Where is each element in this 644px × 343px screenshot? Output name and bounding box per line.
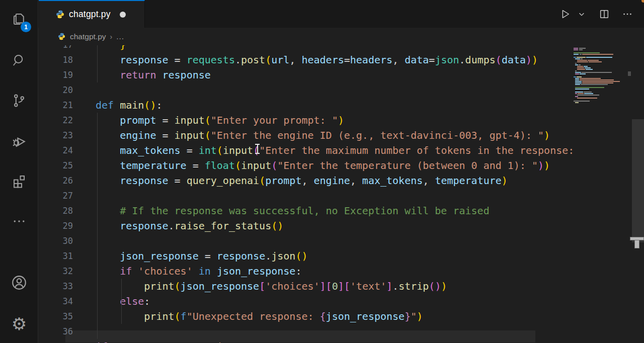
sidebar-item-run-debug[interactable]	[0, 125, 38, 157]
line-number[interactable]: 20	[38, 82, 73, 98]
gear-icon: ⚙	[12, 315, 27, 332]
token: (	[271, 220, 277, 232]
line-number[interactable]: 27	[38, 188, 73, 203]
code-line[interactable]: 31 json_response = response.json()	[38, 248, 574, 264]
token: __name__	[114, 340, 162, 343]
line-number[interactable]: 26	[38, 173, 73, 188]
code-line[interactable]: 22 prompt = input("Enter your prompt: ")	[38, 113, 574, 128]
code-line[interactable]: 28 # If the response was successful, no …	[38, 203, 574, 218]
token: json_response	[326, 310, 405, 322]
code-line[interactable]: 17 }	[38, 45, 574, 52]
token: headers	[301, 54, 344, 66]
code-line[interactable]: 27	[38, 188, 574, 203]
line-number[interactable]: 17	[38, 45, 73, 52]
token: f	[181, 310, 187, 322]
line-number[interactable]: 32	[38, 264, 73, 279]
token: (	[235, 159, 241, 172]
token: )	[435, 280, 441, 292]
token: )	[538, 159, 544, 172]
more-actions-button[interactable]	[620, 7, 635, 22]
code-line[interactable]: 35 print(f"Unexpected response: {json_re…	[38, 309, 574, 324]
line-number[interactable]: 33	[38, 279, 73, 294]
play-icon	[559, 9, 571, 20]
line-number[interactable]: 31	[38, 248, 73, 264]
more-views-button[interactable]	[0, 205, 38, 237]
line-number[interactable]: 25	[38, 158, 73, 173]
token: response	[120, 220, 168, 232]
token: .	[235, 54, 241, 66]
breadcrumb-symbol[interactable]: ...	[116, 32, 124, 41]
line-number[interactable]: 35	[38, 309, 73, 324]
line-number[interactable]: 34	[38, 294, 73, 309]
search-icon	[12, 53, 27, 68]
line-number[interactable]: 28	[38, 203, 73, 218]
line-number[interactable]: 19	[38, 67, 73, 82]
code-line[interactable]: 33 print(json_response['choices'][0]['te…	[38, 279, 574, 294]
line-number[interactable]: 21	[38, 98, 73, 113]
python-file-icon	[58, 33, 65, 40]
token: max_tokens	[362, 175, 423, 187]
token: int	[199, 144, 217, 156]
token: (	[205, 114, 211, 126]
code-line[interactable]: 19 return response	[38, 67, 574, 82]
code-line[interactable]: 32 if 'choices' in json_response:	[38, 264, 574, 279]
code-area[interactable]: 17 }18 response = requests.post(url, hea…	[38, 45, 574, 343]
code-line[interactable]: 18 response = requests.post(url, headers…	[38, 52, 574, 67]
explorer-badge: 1	[21, 22, 31, 32]
token: )	[417, 310, 423, 322]
mouse-ibeam-cursor	[255, 144, 260, 154]
breadcrumb-file[interactable]: chatgpt.py	[70, 32, 106, 41]
token: =	[169, 54, 187, 66]
modified-dot-icon[interactable]	[120, 12, 126, 18]
line-number[interactable]: 18	[38, 52, 73, 67]
sidebar-item-source-control[interactable]	[0, 84, 38, 117]
minimap[interactable]	[574, 48, 630, 340]
token: }	[120, 45, 126, 51]
code-line[interactable]: 20	[38, 82, 574, 98]
token: "	[411, 310, 417, 322]
recording-dot	[641, 0, 644, 3]
code-line[interactable]: 23 engine = input("Enter the engine ID (…	[38, 128, 574, 143]
token: ,	[289, 54, 301, 66]
line-number[interactable]: 22	[38, 113, 73, 128]
token: ,	[392, 54, 405, 66]
token: =	[429, 54, 435, 66]
code-line[interactable]: 29 response.raise_for_status()	[38, 218, 574, 233]
code-line[interactable]: 37if __name__ == "__main__":	[38, 339, 574, 343]
token: ==	[162, 340, 186, 343]
run-dropdown-button[interactable]	[577, 7, 587, 22]
scrollbar-thumb[interactable]	[632, 119, 644, 242]
code-line[interactable]: 25 temperature = float(input("Enter the …	[38, 158, 574, 173]
token: 'choices'	[138, 265, 192, 277]
sidebar-item-explorer[interactable]: 1	[0, 3, 38, 35]
token: data	[502, 54, 526, 66]
run-python-file-button[interactable]	[557, 7, 573, 22]
extensions-icon	[12, 174, 27, 189]
code-text: json_response = response.json()	[96, 248, 307, 264]
run-debug-icon	[11, 133, 27, 149]
tab-chatgpt-py[interactable]: chatgpt.py	[39, 0, 145, 28]
code-line[interactable]: 26 response = query_openai(prompt, engin…	[38, 173, 574, 188]
line-number[interactable]: 37	[38, 339, 73, 343]
code-line[interactable]: 24 max_tokens = int(input("Enter the max…	[38, 143, 574, 158]
split-editor-button[interactable]	[597, 7, 612, 22]
split-editor-icon	[599, 9, 610, 20]
account-button[interactable]	[0, 267, 38, 299]
sidebar-item-search[interactable]	[0, 44, 38, 76]
token	[211, 265, 217, 277]
token: temperature	[435, 175, 501, 187]
settings-button[interactable]: ⚙	[0, 308, 38, 340]
sidebar-item-extensions[interactable]	[0, 165, 38, 197]
code-line[interactable]: 30	[38, 233, 574, 248]
code-line[interactable]: 21def main():	[38, 98, 574, 113]
token: max_tokens	[120, 144, 180, 156]
line-number[interactable]: 30	[38, 233, 73, 248]
code-line[interactable]: 34 else:	[38, 294, 574, 309]
line-number[interactable]: 29	[38, 218, 73, 233]
line-number[interactable]: 23	[38, 128, 73, 143]
line-number[interactable]: 24	[38, 143, 73, 158]
token	[96, 69, 120, 81]
token: prompt	[120, 114, 156, 126]
line-number[interactable]: 36	[38, 324, 73, 339]
code-line[interactable]: 36	[38, 324, 574, 339]
